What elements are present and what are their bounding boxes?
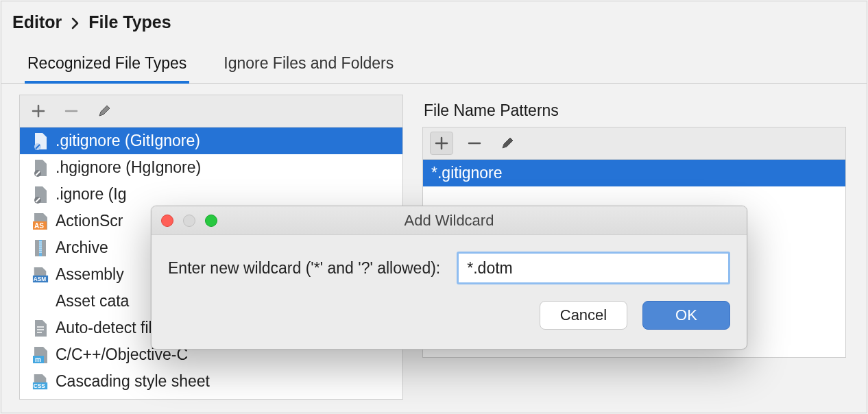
list-item-label: ActionScr	[56, 212, 123, 230]
dialog-title: Add Wildcard	[152, 212, 747, 230]
css-icon: CSS	[32, 373, 49, 391]
list-item[interactable]: CSS Cascading style sheet	[20, 368, 402, 395]
ok-button[interactable]: OK	[642, 301, 730, 330]
add-wildcard-dialog: Add Wildcard Enter new wildcard ('*' and…	[151, 206, 747, 350]
list-item[interactable]: .gitignore (GitIgnore)	[20, 127, 402, 154]
add-pattern-button[interactable]	[430, 132, 453, 155]
gitignore-icon	[32, 132, 49, 150]
wildcard-prompt-label: Enter new wildcard ('*' and '?' allowed)…	[168, 259, 440, 278]
text-icon	[32, 319, 49, 337]
list-item[interactable]: .hgignore (HgIgnore)	[20, 154, 402, 181]
list-item-label: Archive	[56, 239, 108, 257]
list-item-label: .gitignore (GitIgnore)	[56, 132, 200, 150]
m-icon: m	[32, 346, 49, 364]
remove-pattern-button[interactable]	[463, 132, 486, 155]
add-button[interactable]	[27, 99, 50, 123]
none-icon	[32, 293, 49, 310]
svg-text:ASM: ASM	[34, 276, 47, 282]
patterns-title: File Name Patterns	[424, 101, 856, 120]
list-item-label: Assembly	[56, 265, 124, 284]
gitignore-icon	[32, 159, 49, 177]
gitignore-icon	[32, 186, 49, 204]
wildcard-input[interactable]	[457, 252, 730, 284]
svg-text:m: m	[35, 356, 41, 363]
list-item-label: Cascading style sheet	[56, 372, 210, 391]
file-types-toolbar	[19, 95, 403, 127]
remove-button[interactable]	[60, 99, 83, 123]
edit-pattern-button[interactable]	[496, 132, 519, 155]
breadcrumb-editor[interactable]: Editor	[12, 12, 62, 32]
tab-recognized-file-types[interactable]: Recognized File Types	[25, 54, 189, 84]
as-icon: AS	[32, 212, 49, 230]
list-item-label: .hgignore (HgIgnore)	[56, 158, 201, 177]
svg-text:AS: AS	[34, 222, 44, 230]
archive-icon	[32, 239, 49, 257]
chevron-right-icon	[71, 14, 79, 30]
list-item[interactable]: .ignore (Ig	[20, 181, 402, 208]
tab-ignore-files-folders[interactable]: Ignore Files and Folders	[221, 54, 396, 83]
tabs-row: Recognized File Types Ignore Files and F…	[1, 38, 867, 84]
asm-icon: ASM	[32, 266, 49, 284]
breadcrumb-file-types: File Types	[88, 12, 171, 32]
patterns-toolbar	[422, 127, 846, 159]
pattern-item[interactable]: *.gitignore	[423, 160, 845, 186]
cancel-button[interactable]: Cancel	[540, 301, 627, 330]
pattern-item-label: *.gitignore	[431, 164, 503, 182]
list-item-label: Asset cata	[56, 292, 129, 310]
edit-button[interactable]	[93, 99, 116, 123]
breadcrumb: Editor File Types	[1, 1, 867, 38]
dialog-titlebar[interactable]: Add Wildcard	[152, 206, 747, 235]
svg-text:CSS: CSS	[34, 382, 46, 389]
list-item-label: .ignore (Ig	[56, 185, 127, 204]
